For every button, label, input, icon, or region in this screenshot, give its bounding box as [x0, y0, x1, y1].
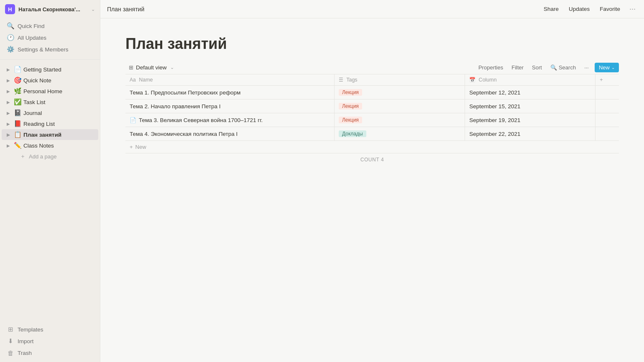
- count-label: COUNT: [360, 157, 379, 163]
- count-value: 4: [381, 157, 384, 163]
- view-chevron-icon: ⌄: [170, 65, 174, 70]
- tag-badge: Доклады: [339, 130, 366, 137]
- view-selector-button[interactable]: ⊞ Default view ⌄: [125, 63, 177, 72]
- filter-button[interactable]: Filter: [509, 63, 526, 72]
- new-record-chevron-icon: ⌄: [611, 65, 615, 70]
- class-notes-label: Class Notes: [23, 143, 95, 149]
- tags-col-icon: ☰: [339, 77, 343, 83]
- page-content: План занятий ⊞ Default view ⌄ Properties…: [100, 18, 644, 362]
- column-col-icon: 📅: [469, 77, 475, 83]
- sidebar: Н Наталья Скорнякова'... ⌄ 🔍 Quick Find …: [0, 0, 100, 362]
- all-updates-icon: 🕐: [7, 34, 14, 41]
- search-label: Search: [559, 64, 576, 71]
- sidebar-item-plan-zanyatiy[interactable]: ▶ 📋 План занятий: [2, 129, 98, 140]
- add-column-button[interactable]: +: [595, 74, 619, 86]
- templates-icon: ⊞: [7, 326, 14, 333]
- task-list-icon: ✅: [13, 98, 22, 106]
- properties-button[interactable]: Properties: [476, 63, 506, 72]
- favorite-button[interactable]: Favorite: [597, 4, 623, 14]
- sidebar-nav-section: 🔍 Quick Find 🕐 All Updates ⚙️ Settings &…: [0, 18, 100, 57]
- chevron-icon: ▶: [5, 110, 12, 116]
- new-row-label: New: [135, 144, 146, 150]
- new-row-container: + New: [125, 141, 619, 153]
- table-row[interactable]: 📄Тема 3. Великая Северная война 1700–172…: [125, 113, 619, 127]
- row-extra-cell: [595, 113, 619, 127]
- updates-button[interactable]: Updates: [566, 4, 592, 14]
- workspace-avatar: Н: [5, 4, 15, 14]
- name-cell: Тема 2. Начало правления Петра I: [125, 99, 334, 113]
- database-toolbar: ⊞ Default view ⌄ Properties Filter Sort …: [125, 63, 619, 72]
- sort-button[interactable]: Sort: [529, 63, 544, 72]
- sidebar-bottom-section: ⊞ Templates ⬇ Import 🗑 Trash: [0, 320, 100, 362]
- chevron-icon: ▶: [5, 99, 12, 105]
- column-header-tags[interactable]: ☰ Tags: [334, 74, 465, 86]
- column-cell: September 12, 2021: [465, 86, 595, 99]
- sidebar-item-journal[interactable]: ▶ 📓 Journal: [2, 107, 98, 118]
- grid-view-icon: ⊞: [129, 64, 133, 71]
- name-cell: Тема 4. Экономическая политика Петра I: [125, 127, 334, 141]
- new-record-button[interactable]: New ⌄: [595, 63, 619, 72]
- sidebar-item-quick-note[interactable]: ▶ 🎯 Quick Note: [2, 75, 98, 86]
- row-name: Тема 3. Великая Северная война 1700–1721…: [139, 117, 263, 123]
- tags-cell: Доклады: [334, 127, 465, 141]
- trash-icon: 🗑: [7, 349, 14, 357]
- name-col-label: Name: [139, 77, 153, 83]
- all-updates-label: All Updates: [18, 35, 46, 41]
- more-options-button[interactable]: ···: [628, 4, 637, 14]
- sidebar-item-class-notes[interactable]: ▶ ✏️ Class Notes: [2, 140, 98, 151]
- tags-cell: Лекция: [334, 99, 465, 113]
- import-label: Import: [18, 338, 33, 344]
- database-table: Aa Name ☰ Tags 📅 Column + Тема 1. Пр: [125, 74, 619, 141]
- row-extra-cell: [595, 127, 619, 141]
- templates-label: Templates: [18, 326, 43, 333]
- plus-icon: +: [130, 144, 133, 150]
- row-name: Тема 4. Экономическая политика Петра I: [130, 131, 238, 137]
- name-cell: Тема 1. Предпосылки Петровских реформ: [125, 86, 334, 99]
- sidebar-item-reading-list[interactable]: ▶ 📕 Reading List: [2, 118, 98, 129]
- sidebar-item-settings[interactable]: ⚙️ Settings & Members: [2, 43, 98, 55]
- table-row[interactable]: Тема 4. Экономическая политика Петра IДо…: [125, 127, 619, 141]
- sidebar-item-getting-started[interactable]: ▶ 📄 Getting Started: [2, 64, 98, 75]
- column-cell: September 22, 2021: [465, 127, 595, 141]
- sidebar-item-templates[interactable]: ⊞ Templates: [2, 324, 98, 335]
- sidebar-item-personal-home[interactable]: ▶ 🌿 Personal Home: [2, 86, 98, 97]
- add-new-row-button[interactable]: + New: [130, 144, 146, 150]
- table-row[interactable]: Тема 1. Предпосылки Петровских реформЛек…: [125, 86, 619, 99]
- row-extra-cell: [595, 99, 619, 113]
- search-button[interactable]: 🔍 Search: [548, 63, 578, 72]
- class-notes-icon: ✏️: [13, 142, 22, 149]
- row-extra-cell: [595, 86, 619, 99]
- workspace-chevron-icon: ⌄: [91, 7, 95, 12]
- reading-list-icon: 📕: [13, 120, 22, 127]
- topbar: План занятий Share Updates Favorite ···: [100, 0, 644, 18]
- column-cell: September 15, 2021: [465, 99, 595, 113]
- sidebar-item-import[interactable]: ⬇ Import: [2, 335, 98, 347]
- toolbar-right: Properties Filter Sort 🔍 Search ··· New …: [476, 63, 619, 72]
- tags-cell: Лекция: [334, 86, 465, 99]
- reading-list-label: Reading List: [23, 121, 95, 127]
- trash-label: Trash: [18, 350, 32, 356]
- tag-badge: Лекция: [339, 117, 362, 123]
- row-name: Тема 1. Предпосылки Петровских реформ: [130, 89, 240, 96]
- chevron-icon: ▶: [5, 131, 12, 138]
- count-row: COUNT 4: [125, 153, 619, 166]
- column-col-label: Column: [479, 77, 497, 83]
- column-header-column[interactable]: 📅 Column: [465, 74, 595, 86]
- sidebar-item-all-updates[interactable]: 🕐 All Updates: [2, 32, 98, 43]
- tags-col-label: Tags: [346, 77, 357, 83]
- more-db-options-button[interactable]: ···: [582, 63, 591, 72]
- view-selector-label: Default view: [136, 64, 167, 71]
- new-record-label: New: [599, 64, 610, 71]
- sidebar-item-task-list[interactable]: ▶ ✅ Task List: [2, 97, 98, 107]
- sidebar-item-trash[interactable]: 🗑 Trash: [2, 347, 98, 359]
- quick-find-label: Quick Find: [18, 23, 45, 29]
- sidebar-item-quick-find[interactable]: 🔍 Quick Find: [2, 20, 98, 32]
- share-button[interactable]: Share: [541, 4, 561, 14]
- chevron-icon: ▶: [5, 88, 12, 94]
- table-row[interactable]: Тема 2. Начало правления Петра IЛекцияSe…: [125, 99, 619, 113]
- add-page-button[interactable]: ＋ Add a page: [2, 151, 98, 162]
- name-col-icon: Aa: [130, 77, 136, 83]
- workspace-header[interactable]: Н Наталья Скорнякова'... ⌄: [0, 0, 100, 18]
- column-header-name[interactable]: Aa Name: [125, 74, 334, 86]
- chevron-icon: ▶: [5, 120, 12, 127]
